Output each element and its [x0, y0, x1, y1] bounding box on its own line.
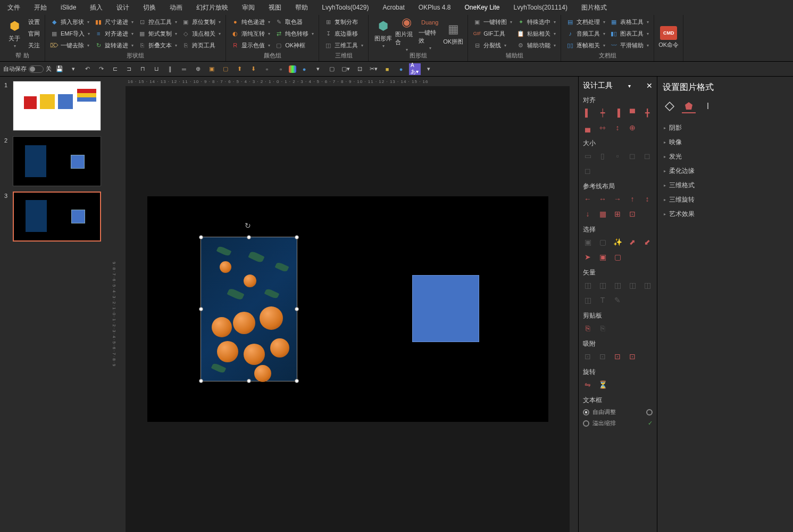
blend-button[interactable]: ◉图片混合▾ [395, 16, 418, 51]
eyedropper-button[interactable]: ✎取色器 [273, 16, 315, 27]
crosspage-button[interactable]: ⎘跨页工具 [180, 40, 222, 51]
fill-blue-icon[interactable]: ● [395, 63, 407, 75]
grad-solid-button[interactable]: ◐渐纯互转▾ [229, 28, 272, 39]
control-point-button[interactable]: ⊡控点工具▾ [136, 16, 179, 27]
inplace-copy-button[interactable]: ▣原位复制▾ [180, 16, 222, 27]
save-icon[interactable]: 💾 [54, 63, 65, 75]
align-top-icon[interactable]: ⊔ [151, 63, 162, 75]
watch-button[interactable]: 关注 [27, 40, 41, 51]
ungroup-icon[interactable]: ▢ [220, 63, 231, 75]
guide-c-icon[interactable]: ↔ [598, 194, 607, 204]
three-d-button[interactable]: ◫三维工具▾ [322, 40, 365, 51]
frame-button[interactable]: ▯▯逐帧相关▾ [564, 40, 607, 51]
handle-e[interactable] [295, 307, 299, 311]
shape-a-icon[interactable]: ▢ [326, 63, 338, 75]
sel-5-icon[interactable]: ⬋ [642, 237, 652, 247]
selected-image[interactable]: ↻ [201, 237, 297, 381]
menu-transition[interactable]: 切换 [138, 1, 161, 14]
vec-4-icon[interactable]: ◫ [628, 280, 637, 290]
smooth-button[interactable]: 〰平滑辅助▾ [608, 40, 650, 51]
clip-copy-icon[interactable]: ⎘ [583, 323, 592, 333]
extra-1-icon[interactable]: ▫ [261, 63, 273, 75]
thumb-slide-3[interactable] [13, 192, 101, 242]
menu-islide[interactable]: iSlide [55, 2, 81, 13]
fp-3d-rotation[interactable]: ▸三维旋转 [663, 193, 788, 207]
fp-art-effect[interactable]: ▸艺术效果 [663, 207, 788, 221]
menu-onekey[interactable]: OneKey Lite [459, 2, 505, 13]
snap-2-icon[interactable]: ⊡ [598, 352, 607, 361]
dd-1-icon[interactable]: ▾ [312, 63, 324, 75]
handle-nw[interactable] [199, 235, 203, 239]
align-center-icon[interactable]: ⊐ [123, 63, 135, 75]
text-style-icon[interactable]: Aあ▾ [409, 63, 421, 75]
sel-1-icon[interactable]: ▣ [583, 237, 592, 247]
guide-grid-icon[interactable]: ▦ [598, 209, 607, 219]
guide-grid2-icon[interactable]: ⊞ [613, 209, 622, 219]
handle-sw[interactable] [199, 379, 203, 383]
align-bottom-icon[interactable]: ▄ [583, 123, 592, 132]
rotate-step-button[interactable]: ↻旋转递进▾ [93, 40, 135, 51]
guide-r-icon[interactable]: → [613, 194, 622, 204]
menu-help[interactable]: 帮助 [290, 1, 313, 14]
handle-n[interactable] [247, 235, 251, 239]
fold-text-button[interactable]: ⎘折叠文本▾ [136, 40, 179, 51]
shape-b-icon[interactable]: ▢▾ [340, 63, 352, 75]
sel-magic-icon[interactable]: ✨ [613, 237, 622, 247]
menu-view[interactable]: 视图 [263, 1, 287, 14]
size-4-icon[interactable]: ◻ [628, 151, 637, 161]
rotate-flip-h-icon[interactable]: ⇋ [583, 380, 592, 389]
vec-6-icon[interactable]: ◫ [583, 295, 592, 305]
menu-file[interactable]: 文件 [2, 1, 26, 14]
distribute-v-icon[interactable]: ═ [178, 63, 190, 75]
website-button[interactable]: 官网 [27, 28, 41, 39]
radio-free[interactable]: 自由调整 [583, 408, 653, 416]
align-middle-icon[interactable]: ⊕ [192, 63, 204, 75]
menu-lvyh1[interactable]: LvyhTools(0429) [316, 2, 374, 13]
snap-3-icon[interactable]: ⊡ [613, 352, 622, 361]
menu-review[interactable]: 审阅 [237, 1, 260, 14]
sel-pointer-icon[interactable]: ➤ [583, 252, 592, 262]
align-right-icon[interactable]: ⊓ [137, 63, 148, 75]
shape-lib-button[interactable]: ⬢图形库▾ [372, 16, 394, 51]
clip-paste-icon[interactable]: ⎘ [598, 323, 607, 333]
distribute-v-icon[interactable]: ↕ [613, 123, 622, 132]
split-line-button[interactable]: ⊟分裂线▾ [471, 40, 514, 51]
group-icon[interactable]: ▣ [206, 63, 218, 75]
vec-3-icon[interactable]: ◫ [613, 280, 622, 290]
sel-4-icon[interactable]: ⬈ [628, 237, 637, 247]
handle-se[interactable] [295, 379, 299, 383]
ok-cmd-button[interactable]: CMD OK命令 [657, 21, 680, 55]
dropdown-icon[interactable]: ▾ [68, 63, 79, 75]
menu-slideshow[interactable]: 幻灯片放映 [191, 1, 233, 14]
align-left-icon[interactable]: ▌ [583, 108, 592, 118]
ok-frame-button[interactable]: ▢OK神框 [273, 40, 315, 51]
audio-button[interactable]: ♪音频工具▾ [564, 28, 607, 39]
aux-func-button[interactable]: ⚙辅助功能▾ [515, 40, 557, 51]
snap-1-icon[interactable]: ⊡ [583, 352, 592, 361]
distribute-h-icon[interactable]: ⇿ [598, 123, 607, 132]
menu-animation[interactable]: 动画 [164, 1, 188, 14]
fp-soft-edge[interactable]: ▸柔化边缘 [663, 164, 788, 178]
snap-4-icon[interactable]: ⊡ [628, 352, 637, 361]
guide-grid3-icon[interactable]: ⊡ [628, 209, 637, 219]
close-design-panel[interactable]: ✕ [646, 81, 653, 90]
size-3-icon[interactable]: ▫ [613, 151, 622, 161]
fp-tab-size[interactable]: I [701, 99, 715, 113]
bring-front-icon[interactable]: ⬆ [233, 63, 245, 75]
bottom-shift-button[interactable]: ↧底边垂移 [322, 28, 365, 39]
vec-2-icon[interactable]: ◫ [598, 280, 607, 290]
effect-button[interactable]: Duang一键特效▾ [419, 16, 441, 51]
gradient-icon[interactable] [289, 65, 296, 73]
paste-related-button[interactable]: 📋粘贴相关▾ [515, 28, 557, 39]
menu-home[interactable]: 开始 [29, 1, 52, 14]
thumb-slide-2[interactable] [13, 136, 101, 186]
redo-icon[interactable]: ↷ [95, 63, 107, 75]
menu-design[interactable]: 设计 [111, 1, 135, 14]
align-left-icon[interactable]: ⊏ [109, 63, 121, 75]
sel-7-icon[interactable]: ▣ [598, 252, 607, 262]
extra-2-icon[interactable]: ▫ [275, 63, 287, 75]
size-step-button[interactable]: ▮▮尺寸递进▾ [93, 16, 135, 27]
size-6-icon[interactable]: ◻ [583, 166, 592, 176]
sel-2-icon[interactable]: ▢ [598, 237, 607, 247]
spell-button[interactable]: ▦OK拼图 [442, 16, 464, 51]
